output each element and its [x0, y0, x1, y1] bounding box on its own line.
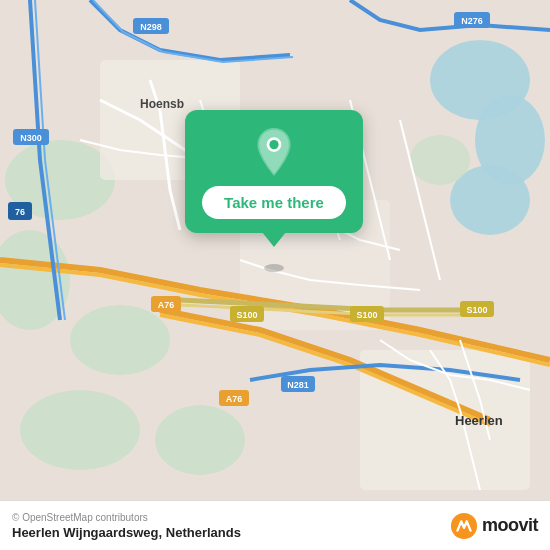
svg-point-9 — [410, 135, 470, 185]
svg-point-3 — [70, 305, 170, 375]
moovit-logo-icon — [450, 512, 478, 540]
location-pin-icon — [250, 128, 298, 176]
take-me-there-button[interactable]: Take me there — [202, 186, 346, 219]
footer: © OpenStreetMap contributors Heerlen Wij… — [0, 500, 550, 550]
svg-text:S100: S100 — [356, 310, 377, 320]
map-container: N298 N276 N300 76 A76 A76 S100 S100 S100… — [0, 0, 550, 500]
svg-text:S100: S100 — [466, 305, 487, 315]
location-label: Heerlen Wijngaardsweg, Netherlands — [12, 525, 241, 540]
svg-text:Heerlen: Heerlen — [455, 413, 503, 428]
svg-point-5 — [155, 405, 245, 475]
copyright-text: © OpenStreetMap contributors — [12, 512, 241, 523]
svg-text:A76: A76 — [226, 394, 243, 404]
svg-text:N281: N281 — [287, 380, 309, 390]
svg-point-37 — [269, 140, 278, 149]
svg-text:Hoensb: Hoensb — [140, 97, 184, 111]
svg-point-4 — [20, 390, 140, 470]
svg-text:S100: S100 — [236, 310, 257, 320]
footer-info: © OpenStreetMap contributors Heerlen Wij… — [12, 512, 241, 540]
svg-text:76: 76 — [15, 207, 25, 217]
moovit-logo: moovit — [450, 512, 538, 540]
svg-text:N298: N298 — [140, 22, 162, 32]
popup-card: Take me there — [185, 110, 363, 233]
svg-text:N300: N300 — [20, 133, 42, 143]
svg-text:N276: N276 — [461, 16, 483, 26]
svg-point-35 — [264, 264, 284, 272]
moovit-brand-text: moovit — [482, 515, 538, 536]
svg-text:A76: A76 — [158, 300, 175, 310]
